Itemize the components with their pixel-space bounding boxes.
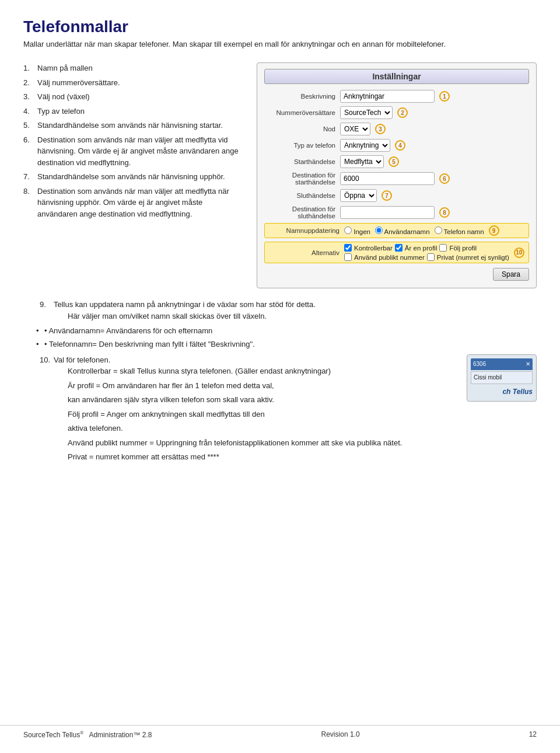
item9-text: Tellus kan uppdatera namn på anknytninga… xyxy=(54,300,316,309)
label-beskrivning: Beskrivning xyxy=(264,93,340,100)
checkbox-ar-profil[interactable] xyxy=(395,244,402,252)
badge-9: 9 xyxy=(489,225,499,236)
bullet-anvandarnamn: • Användarnamn= Användarens för och efte… xyxy=(23,325,537,337)
control-slut: Öppna 7 xyxy=(340,189,529,202)
control-beskrivning: 1 xyxy=(340,90,529,103)
select-slut[interactable]: Öppna xyxy=(340,189,377,202)
select-nod[interactable]: OXE xyxy=(340,123,370,135)
label-privat: Privat (numret ej synligt) xyxy=(437,254,509,261)
badge-2: 2 xyxy=(397,107,408,118)
settings-panel: Inställningar Beskrivning 1 Nummeröversä… xyxy=(257,62,537,288)
control-start: Medflytta 5 xyxy=(340,155,529,168)
input-dest-start[interactable] xyxy=(340,172,435,185)
label-namnuppdatering: Namnuppdatering xyxy=(268,227,344,234)
settings-title: Inställningar xyxy=(264,69,529,84)
footer-trademark: ® xyxy=(80,730,83,735)
checkbox-folj-profil[interactable] xyxy=(439,244,447,252)
checkbox-group-alt: Kontrollerbar Är en profil Följ profil A… xyxy=(344,244,509,261)
footer-revision: Revision 1.0 xyxy=(321,730,360,739)
label-nod: Nod xyxy=(264,126,340,133)
list-item: 2. Välj nummeröversättare. xyxy=(23,77,239,89)
badge-8: 8 xyxy=(439,207,450,218)
main-content: 1. Namn på mallen 2. Välj nummeröversätt… xyxy=(23,62,537,288)
label-kontrollerbar: Kontrollerbar xyxy=(354,245,393,252)
items-9-10: 9. Tellus kan uppdatera namn på anknytni… xyxy=(40,299,537,322)
item9-detail: Här väljer man om/vilket namn skall skic… xyxy=(54,311,537,322)
radio-anv-label[interactable]: Användarnamn xyxy=(375,226,430,235)
badge-10: 10 xyxy=(514,247,524,258)
list-item: 7. Standardhändelse som används när hänv… xyxy=(23,171,239,183)
page-title: Telefonmallar xyxy=(23,18,537,36)
item10-kontrollerbar: Kontrollerbar = skall Tellus kunna styra… xyxy=(54,365,537,377)
radio-tel-label[interactable]: Telefon namn xyxy=(435,226,484,235)
badge-5: 5 xyxy=(388,156,399,167)
list-item: 1. Namn på mallen xyxy=(23,62,239,74)
field-start: Starthändelse Medflytta 5 xyxy=(264,155,529,168)
label-ar-profil: Är en profil xyxy=(405,245,438,252)
item10-folj: Följ profil = Anger om anknytningen skal… xyxy=(54,409,537,420)
badge-7: 7 xyxy=(382,190,392,201)
field-dest-slut: Destination för sluthändelse 8 xyxy=(264,205,529,219)
footer-admin: Administration™ 2.8 xyxy=(89,731,152,739)
item10-block: 6306 ✕ Cissi mobil ch Tellus 10. Val för… xyxy=(23,354,537,466)
label-start: Starthändelse xyxy=(264,158,340,165)
field-nummerover: Nummeröversättare SourceTech 2 xyxy=(264,106,529,119)
label-alternativ: Alternativ xyxy=(268,249,344,256)
list-item: 8. Destination som används när man välje… xyxy=(23,186,239,220)
list-item: 3. Välj nod (växel) xyxy=(23,91,239,103)
field-nod: Nod OXE 3 xyxy=(264,123,529,135)
footer: SourceTech Tellus® Administration™ 2.8 R… xyxy=(0,725,560,739)
control-dest-slut: 8 xyxy=(340,206,529,219)
radio-group-namn: Ingen Användarnamn Telefon namn xyxy=(344,226,484,235)
field-alternativ: Alternativ Kontrollerbar Är en profil Fö… xyxy=(264,242,529,263)
label-dest-start: Destination för starthändelse xyxy=(264,172,340,186)
item9-block: 9. Tellus kan uppdatera namn på anknytni… xyxy=(23,299,537,351)
field-typ: Typ av telefon Anknytning 4 xyxy=(264,139,529,152)
label-nummerover: Nummeröversättare xyxy=(264,109,340,116)
footer-brand: SourceTech Tellus xyxy=(23,731,80,739)
control-namnuppdatering: Ingen Användarnamn Telefon namn 9 xyxy=(344,225,525,236)
left-column: 1. Namn på mallen 2. Välj nummeröversätt… xyxy=(23,62,239,288)
field-dest-start: Destination för starthändelse 6 xyxy=(264,172,529,186)
control-alternativ: Kontrollerbar Är en profil Följ profil A… xyxy=(344,244,525,261)
checkbox-privat[interactable] xyxy=(427,253,435,261)
input-beskrivning[interactable] xyxy=(340,90,435,103)
select-start[interactable]: Medflytta xyxy=(340,155,384,168)
save-button[interactable]: Spara xyxy=(493,268,529,281)
item10-publikt: Använd publikt nummer = Uppringning från… xyxy=(54,437,537,449)
control-nod: OXE 3 xyxy=(340,123,529,135)
select-typ[interactable]: Anknytning xyxy=(340,139,390,152)
list-item: 4. Typ av telefon xyxy=(23,106,239,117)
radio-anvandarnamn[interactable] xyxy=(375,226,383,234)
field-beskrivning: Beskrivning 1 xyxy=(264,90,529,103)
field-slut: Sluthändelse Öppna 7 xyxy=(264,189,529,202)
control-typ: Anknytning 4 xyxy=(340,139,529,152)
bottom-content: 9. Tellus kan uppdatera namn på anknytni… xyxy=(23,299,537,466)
checkbox-row-publikt: Använd publikt nummer Privat (numret ej … xyxy=(344,253,509,261)
item10-intro: Val för telefonen. xyxy=(54,355,110,364)
steps-list: 1. Namn på mallen 2. Välj nummeröversätt… xyxy=(23,62,239,219)
item-10: 10. Val för telefonen. Kontrollerbar = s… xyxy=(40,354,537,463)
radio-ingen-label[interactable]: Ingen xyxy=(344,226,370,235)
checkbox-row-kontrollerbar: Kontrollerbar Är en profil Följ profil xyxy=(344,244,509,252)
item10-list: 10. Val för telefonen. Kontrollerbar = s… xyxy=(40,354,537,463)
label-slut: Sluthändelse xyxy=(264,192,340,199)
radio-telefonnamn[interactable] xyxy=(435,226,442,234)
bullet-telefonnamn: • Telefonnamn= Den beskrivning man fyllt… xyxy=(23,339,537,351)
input-dest-slut[interactable] xyxy=(340,206,435,219)
badge-4: 4 xyxy=(395,140,405,151)
label-publikt: Använd publikt nummer xyxy=(354,254,425,261)
select-nummerover[interactable]: SourceTech xyxy=(340,106,393,119)
label-typ: Typ av telefon xyxy=(264,142,340,149)
badge-6: 6 xyxy=(439,173,450,184)
item10-folj2: aktiva telefonen. xyxy=(54,423,537,434)
radio-ingen[interactable] xyxy=(344,226,352,234)
item10-privat: Privat = numret kommer att ersättas med … xyxy=(54,451,537,463)
footer-left: SourceTech Tellus® Administration™ 2.8 xyxy=(23,730,152,739)
right-column: Inställningar Beskrivning 1 Nummeröversä… xyxy=(257,62,537,288)
control-dest-start: 6 xyxy=(340,172,529,185)
checkbox-publikt[interactable] xyxy=(344,253,352,261)
control-nummerover: SourceTech 2 xyxy=(340,106,529,119)
label-folj-profil: Följ profil xyxy=(449,245,477,252)
checkbox-kontrollerbar[interactable] xyxy=(344,244,352,252)
